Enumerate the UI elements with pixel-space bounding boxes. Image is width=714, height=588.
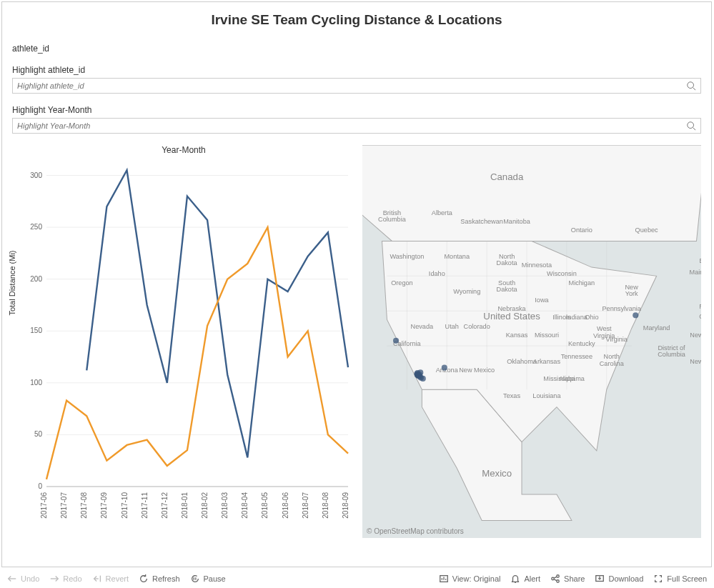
svg-text:2017-10: 2017-10 [121,492,129,519]
svg-line-1 [693,88,696,91]
fullscreen-label: Full Screen [667,574,707,583]
svg-point-116 [417,369,423,375]
svg-text:2018-03: 2018-03 [221,492,229,519]
pause-icon [190,574,200,584]
revert-icon [92,574,102,584]
svg-text:Nebraska: Nebraska [497,305,526,312]
svg-text:Alabama: Alabama [559,375,585,382]
svg-text:Arkansas: Arkansas [533,358,561,365]
revert-label: Revert [106,574,129,583]
refresh-button[interactable]: Refresh [139,574,180,584]
highlight-yearmonth-input[interactable] [17,121,686,130]
svg-text:2018-01: 2018-01 [181,492,189,519]
undo-label: Undo [21,574,39,583]
svg-line-134 [554,577,557,578]
highlight-yearmonth-row[interactable] [12,118,701,134]
svg-text:New: New [690,358,701,365]
tableau-toolbar: Undo Redo Revert Refresh Pause View: Ori… [0,569,714,588]
alert-button[interactable]: Alert [510,574,540,584]
line-chart-panel: Year-Month Total Distance (Mi) 050100150… [12,145,355,538]
chart-title: Year-Month [12,145,355,155]
svg-text:Montana: Montana [444,253,470,260]
dashboard-frame: Irvine SE Team Cycling Distance & Locati… [1,1,712,567]
svg-text:150: 150 [30,327,42,334]
svg-text:New Mexico: New Mexico [459,367,495,374]
svg-text:York: York [625,290,638,297]
svg-text:2018-08: 2018-08 [322,492,329,519]
y-axis-label: Total Distance (Mi) [8,250,16,315]
svg-text:United States: United States [483,311,540,322]
redo-button[interactable]: Redo [49,574,81,584]
svg-text:2017-09: 2017-09 [100,492,108,519]
svg-text:B: B [699,257,701,264]
svg-text:Idaho: Idaho [429,270,445,277]
filter-athlete-id: athlete_id [12,44,701,54]
svg-text:Kansas: Kansas [506,332,528,339]
refresh-label: Refresh [152,574,180,583]
svg-text:Wyoming: Wyoming [453,288,480,295]
svg-text:Virginia: Virginia [606,336,628,343]
search-icon [686,81,696,91]
content-row: Year-Month Total Distance (Mi) 050100150… [12,145,701,538]
svg-text:300: 300 [30,171,42,179]
pause-button[interactable]: Pause [190,574,226,584]
download-icon [595,574,605,584]
highlight-athlete-input[interactable] [17,81,686,90]
svg-point-2 [688,122,694,129]
highlight-athlete-label: Highlight athlete_id [12,65,701,75]
map-panel[interactable]: CanadaMexicoUnited StatesBritishColumbia… [362,145,701,538]
svg-text:Quebec: Quebec [635,226,658,234]
svg-text:Nevada: Nevada [411,323,434,330]
svg-text:Iowa: Iowa [535,297,549,304]
search-icon [686,121,696,131]
undo-icon [7,574,17,584]
page-title: Irvine SE Team Cycling Distance & Locati… [12,12,701,28]
view-icon [439,574,449,584]
svg-text:Missouri: Missouri [535,332,559,339]
svg-text:2017-08: 2017-08 [80,492,88,519]
svg-text:Carolina: Carolina [600,360,625,367]
svg-text:2018-09: 2018-09 [342,492,349,519]
svg-text:Manitoba: Manitoba [503,218,531,225]
view-button[interactable]: View: Original [439,574,501,584]
alert-icon [510,574,520,584]
svg-point-115 [420,376,426,382]
alert-label: Alert [524,574,540,583]
svg-text:2018-06: 2018-06 [282,492,289,519]
revert-button[interactable]: Revert [92,574,129,584]
svg-text:Dakota: Dakota [497,286,518,293]
fullscreen-button[interactable]: Full Screen [653,574,707,584]
svg-text:Columbia: Columbia [378,216,407,223]
svg-text:2018-02: 2018-02 [201,492,209,519]
svg-text:Ontario: Ontario [571,226,592,234]
share-icon [550,574,560,584]
redo-icon [49,574,59,584]
download-button[interactable]: Download [595,574,643,584]
svg-point-117 [393,338,399,344]
svg-text:Utah: Utah [445,323,459,330]
svg-text:2017-07: 2017-07 [60,492,68,519]
svg-text:2017-12: 2017-12 [161,492,169,519]
share-label: Share [564,574,585,583]
undo-button[interactable]: Undo [7,574,39,584]
svg-line-135 [554,579,557,581]
line-chart-svg: 0501001502002503002017-062017-072017-082… [12,158,355,529]
svg-text:Canada: Canada [490,171,524,182]
svg-text:2017-06: 2017-06 [40,492,48,519]
highlight-athlete-section: Highlight athlete_id [12,65,701,94]
svg-text:Pennsylvania: Pennsylvania [602,305,641,312]
svg-text:Washington: Washington [390,253,424,260]
map-svg[interactable]: CanadaMexicoUnited StatesBritishColumbia… [362,145,701,538]
svg-text:C: C [699,313,701,320]
svg-text:Michigan: Michigan [569,279,595,286]
highlight-athlete-row[interactable] [12,78,701,94]
refresh-icon [139,574,149,584]
svg-text:New: New [690,332,701,339]
map-credit: © OpenStreetMap contributors [367,527,464,535]
svg-text:200: 200 [30,275,42,283]
svg-text:Louisiana: Louisiana [532,392,561,399]
fullscreen-icon [653,574,663,584]
svg-text:100: 100 [30,379,42,387]
share-button[interactable]: Share [550,574,585,584]
svg-line-3 [693,128,696,131]
